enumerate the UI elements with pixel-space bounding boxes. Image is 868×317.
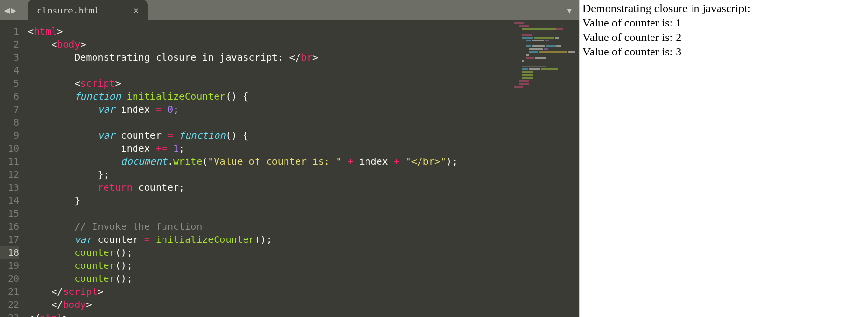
code-line: Demonstrating closure in javascript: </b… [28, 51, 579, 64]
line-number: 3 [0, 51, 19, 64]
code-line: <script> [28, 77, 579, 90]
tab-strip: ◀ ▶ closure.html × ▼ [0, 0, 579, 20]
code-editor: ◀ ▶ closure.html × ▼ 1234567891011121314… [0, 0, 579, 317]
line-number: 17 [0, 233, 19, 246]
tab-closure-html[interactable]: closure.html × [28, 0, 148, 20]
code-line: var index = 0; [28, 103, 579, 116]
close-icon[interactable]: × [133, 5, 139, 15]
nav-forward-icon[interactable]: ▶ [11, 5, 16, 15]
line-number: 1 [0, 25, 19, 38]
code-line: counter(); [28, 259, 579, 272]
code-line: var counter = initializeCounter(); [28, 233, 579, 246]
line-number: 10 [0, 142, 19, 155]
code-line: var counter = function() { [28, 129, 579, 142]
code-line: // Invoke the function [28, 220, 579, 233]
line-number: 21 [0, 285, 19, 298]
tab-title: closure.html [37, 5, 99, 15]
line-number: 15 [0, 207, 19, 220]
code-line [28, 64, 579, 77]
line-number: 23 [0, 311, 19, 317]
code-line [28, 116, 579, 129]
code-line: </script> [28, 285, 579, 298]
line-number: 9 [0, 129, 19, 142]
line-number: 11 [0, 155, 19, 168]
code-line: <body> [28, 38, 579, 51]
output-line: Value of counter is: 3 [583, 44, 865, 59]
code-content[interactable]: <html> <body> Demonstrating closure in j… [22, 20, 579, 317]
tab-menu-caret-icon[interactable]: ▼ [567, 5, 572, 15]
browser-output: Demonstrating closure in javascript:Valu… [579, 0, 868, 317]
line-number: 7 [0, 103, 19, 116]
line-number: 4 [0, 64, 19, 77]
code-line: counter(); [28, 272, 579, 285]
code-line: <html> [28, 25, 579, 38]
code-area[interactable]: 1234567891011121314151617181920212223 <h… [0, 20, 579, 317]
code-line [28, 207, 579, 220]
output-line: Value of counter is: 1 [583, 15, 865, 30]
code-line: document.write("Value of counter is: " +… [28, 155, 579, 168]
line-number-gutter: 1234567891011121314151617181920212223 [0, 20, 22, 317]
code-line: </body> [28, 298, 579, 311]
code-line: return counter; [28, 181, 579, 194]
line-number: 14 [0, 194, 19, 207]
line-number: 2 [0, 38, 19, 51]
code-line: index += 1; [28, 142, 579, 155]
code-line: function initializeCounter() { [28, 90, 579, 103]
line-number: 22 [0, 298, 19, 311]
code-line: }; [28, 168, 579, 181]
line-number: 12 [0, 168, 19, 181]
code-line: </html> [28, 311, 579, 317]
line-number: 16 [0, 220, 19, 233]
code-line: } [28, 194, 579, 207]
nav-arrows: ◀ ▶ [4, 5, 16, 15]
code-line: counter(); [28, 246, 579, 259]
line-number: 6 [0, 90, 19, 103]
line-number: 13 [0, 181, 19, 194]
line-number: 5 [0, 77, 19, 90]
output-line: Demonstrating closure in javascript: [583, 1, 865, 15]
line-number: 20 [0, 272, 19, 285]
nav-back-icon[interactable]: ◀ [4, 5, 10, 15]
line-number: 18 [0, 246, 19, 259]
line-number: 19 [0, 259, 19, 272]
output-line: Value of counter is: 2 [583, 30, 865, 44]
line-number: 8 [0, 116, 19, 129]
